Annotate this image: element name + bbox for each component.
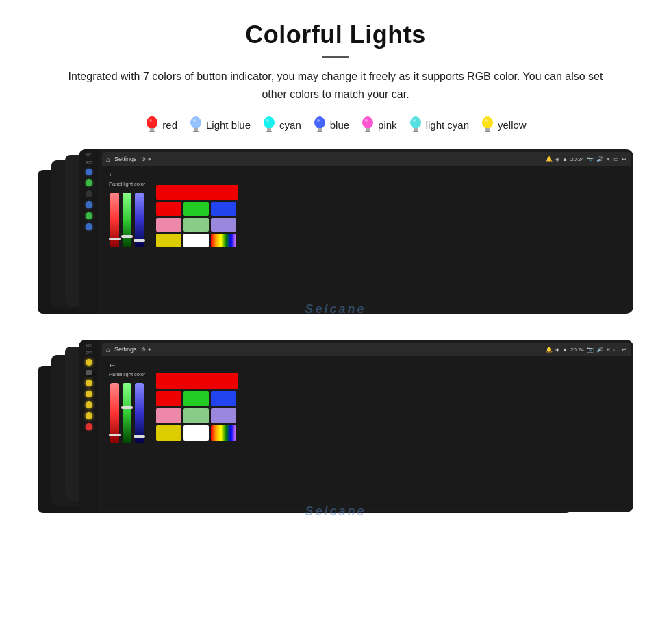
first-car-unit-group: MIC RST ⌂ Settings (38, 149, 633, 327)
svg-rect-14 (318, 128, 322, 131)
cell-blue2-2[interactable] (211, 391, 236, 406)
btn-blue-1[interactable] (86, 169, 92, 175)
slider-green-2[interactable] (123, 383, 131, 443)
vol-icon-2: 🔊 (596, 347, 603, 353)
svg-point-8 (193, 119, 196, 122)
lightblue-bulb-icon (188, 115, 203, 134)
svg-rect-19 (365, 131, 370, 132)
slider-handle-blue-1 (134, 239, 145, 242)
color-indicators-row: red Light blue (27, 115, 644, 134)
svg-point-20 (365, 119, 368, 122)
yellow-bulb-icon (480, 115, 495, 134)
cell-yellow4-1[interactable] (156, 234, 181, 247)
signal-icon-2: ▲ (562, 347, 568, 353)
slider-blue-1[interactable] (135, 193, 144, 247)
home-icon-1: ⌂ (106, 156, 110, 163)
btn-green-2[interactable] (86, 212, 92, 219)
svg-rect-23 (413, 131, 418, 132)
sliders-row-1 (110, 193, 144, 247)
screen-content-1: ← Panel light color (102, 166, 631, 311)
red-bulb-icon (144, 115, 160, 134)
svg-rect-7 (193, 131, 199, 132)
page-container: Colorful Lights Integrated with 7 colors… (0, 0, 671, 542)
color-item-lightblue: Light blue (188, 115, 251, 134)
signal-icon-1: ▲ (562, 156, 568, 162)
svg-rect-6 (194, 128, 198, 131)
panel-light-label-2: Panel light color (109, 371, 145, 377)
screen-topbar-2: ⌂ Settings ⚙ ✦ 🔔 ◈ ▲ 20:24 📷 🔊 ✕ (102, 343, 631, 356)
cell-rainbow4-1[interactable] (211, 234, 236, 247)
color-full-red-1[interactable] (156, 185, 238, 200)
svg-point-1 (147, 116, 157, 129)
btn-blue-3[interactable] (86, 223, 92, 230)
cell-pink3-2[interactable] (156, 408, 181, 423)
btn-yellow-2c[interactable] (86, 391, 92, 397)
slider-red-2[interactable] (110, 383, 119, 443)
btn-dark-1[interactable] (86, 190, 92, 197)
btn-red-2[interactable] (86, 423, 92, 430)
color-full-red-2[interactable] (156, 373, 238, 389)
btn-arrow-2[interactable]: ◁ (86, 370, 92, 375)
slider-blue-2[interactable] (135, 383, 144, 443)
cell-purple3-1[interactable] (211, 218, 236, 232)
cam-icon-2: 📷 (587, 347, 594, 353)
settings-label-2: Settings (114, 346, 137, 353)
btn-green-1[interactable] (86, 179, 92, 186)
time-1: 20:24 (570, 156, 584, 162)
color-row4-2 (156, 425, 238, 441)
cell-green2-1[interactable] (183, 202, 209, 216)
color-label-blue: blue (330, 119, 349, 131)
cell-yellow4-2[interactable] (156, 425, 181, 441)
cell-red2-2[interactable] (156, 391, 181, 406)
svg-rect-22 (414, 128, 418, 131)
color-grid-2 (156, 362, 238, 504)
svg-point-24 (413, 119, 416, 122)
svg-point-4 (149, 119, 152, 122)
color-row3-2 (156, 408, 238, 423)
svg-point-17 (362, 116, 373, 129)
screen-topbar-1: ⌂ Settings ⚙ ✦ 🔔 ◈ ▲ 20:24 📷 🔊 ✕ (102, 152, 631, 166)
color-row2-1 (156, 202, 238, 216)
color-label-pink: pink (378, 119, 397, 131)
cell-white4-1[interactable] (183, 234, 209, 247)
cell-lime3-2[interactable] (183, 408, 209, 423)
title-divider (322, 56, 349, 58)
btn-yellow-2d[interactable] (86, 401, 92, 408)
first-car-group-wrapper: MIC RST ⌂ Settings (27, 149, 644, 340)
sliders-area-1: Panel light color (109, 171, 145, 306)
color-item-yellow: yellow (480, 115, 527, 134)
back-arrow-1[interactable]: ← (107, 169, 116, 179)
btn-blue-2[interactable] (86, 201, 92, 208)
cell-lime3-1[interactable] (183, 218, 209, 232)
slider-handle-green-1 (121, 235, 133, 238)
back-arrow-2[interactable]: ← (107, 360, 116, 370)
btn-yellow-2b[interactable] (86, 380, 92, 386)
color-label-cyan: cyan (279, 119, 301, 131)
btn-yellow-2a[interactable] (86, 359, 92, 366)
svg-point-28 (485, 119, 488, 122)
color-label-lightblue: Light blue (206, 119, 251, 131)
cell-blue2-1[interactable] (211, 202, 236, 216)
second-car-group-wrapper: MIC RST ◁ ⌂ Settings (27, 340, 644, 528)
cell-green2-2[interactable] (183, 391, 209, 406)
cell-purple3-2[interactable] (211, 408, 236, 423)
description-text: Integrated with 7 colors of button indic… (55, 68, 616, 103)
color-item-red: red (144, 115, 177, 134)
cell-pink3-1[interactable] (156, 218, 181, 232)
vol-icon-1: 🔊 (596, 156, 603, 162)
btn-yellow-2e[interactable] (86, 412, 92, 419)
slider-red-1[interactable] (110, 193, 119, 247)
cell-rainbow4-2[interactable] (211, 425, 236, 441)
cell-white4-2[interactable] (183, 425, 209, 441)
slider-handle-blue-2 (134, 435, 145, 438)
topbar-right-2: 🔔 ◈ ▲ 20:24 📷 🔊 ✕ ▭ ↩ (546, 347, 626, 353)
color-label-yellow: yellow (498, 119, 527, 131)
color-row4-1 (156, 234, 238, 247)
cam-icon-1: 📷 (587, 156, 594, 162)
second-car-unit-group: MIC RST ◁ ⌂ Settings (38, 340, 633, 528)
rect-icon-2: ▭ (613, 347, 619, 353)
svg-point-16 (317, 119, 320, 122)
gear-icon-1: ⚙ ✦ (141, 156, 152, 162)
cell-red2-1[interactable] (156, 202, 181, 216)
slider-green-1[interactable] (123, 193, 131, 247)
